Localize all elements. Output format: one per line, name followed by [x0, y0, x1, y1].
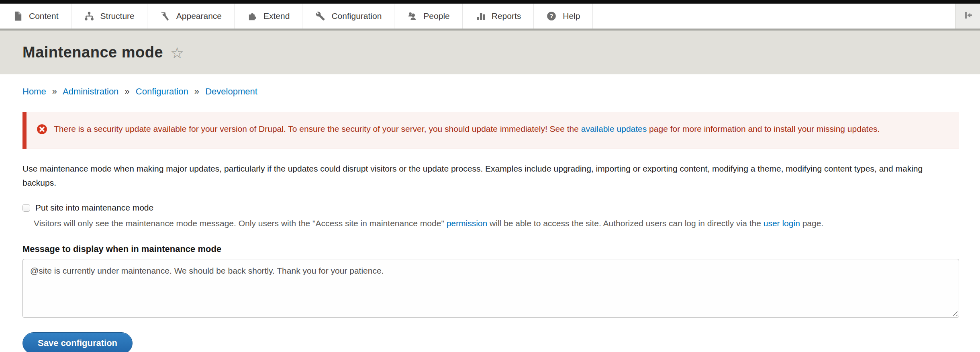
maintenance-message-textarea[interactable]: @site is currently under maintenance. We… [22, 259, 959, 318]
breadcrumb-link-home[interactable]: Home [22, 86, 46, 96]
admin-toolbar-strip [0, 0, 980, 4]
error-text-after-link: page for more information and to install… [647, 124, 880, 133]
breadcrumb-link-administration[interactable]: Administration [63, 86, 118, 96]
toolbar-tab-people[interactable]: People [394, 4, 462, 29]
error-x-circle-icon [37, 124, 47, 139]
error-text-before-link: There is a security update available for… [54, 124, 581, 133]
paintbrush-icon [160, 11, 170, 21]
toolbar-tab-label: Structure [100, 11, 135, 21]
toolbar-tab-configuration[interactable]: Configuration [302, 4, 394, 29]
svg-text:?: ? [550, 12, 553, 19]
toolbar-tab-content[interactable]: Content [0, 4, 71, 29]
toolbar-tab-label: Extend [263, 11, 290, 21]
maintenance-message-field-wrapper: @site is currently under maintenance. We… [22, 259, 959, 319]
page-header: Maintenance mode ☆ [0, 31, 980, 74]
main-content: Home » Administration » Configuration » … [0, 74, 980, 352]
toolbar-tab-extend[interactable]: Extend [235, 4, 302, 29]
toolbar-tab-structure[interactable]: Structure [71, 4, 147, 29]
star-icon[interactable]: ☆ [170, 45, 184, 61]
breadcrumb-link-development[interactable]: Development [205, 86, 257, 96]
page-title: Maintenance mode [22, 44, 163, 61]
breadcrumb: Home » Administration » Configuration » … [22, 74, 959, 97]
toolbar-tab-label: Help [563, 11, 580, 21]
user-login-link[interactable]: user login [764, 219, 800, 228]
breadcrumb-link-configuration[interactable]: Configuration [136, 86, 188, 96]
toolbar-tab-label: People [423, 11, 449, 21]
maintenance-mode-checkbox-label[interactable]: Put site into maintenance mode [35, 203, 153, 213]
admin-toolbar: Content Structure Appearance Extend Conf… [0, 4, 980, 29]
error-message-text: There is a security update available for… [54, 122, 880, 139]
file-icon [12, 11, 23, 21]
toolbar-tab-appearance[interactable]: Appearance [147, 4, 235, 29]
breadcrumb-separator: » [125, 86, 129, 96]
save-configuration-button[interactable]: Save configuration [22, 332, 133, 352]
maintenance-mode-description: Visitors will only see the maintenance m… [34, 217, 959, 230]
toolbar-tab-label: Appearance [176, 11, 222, 21]
toolbar-tab-label: Content [29, 11, 59, 21]
people-icon [407, 11, 417, 21]
maintenance-mode-intro: Use maintenance mode when making major u… [22, 162, 958, 190]
breadcrumb-separator: » [52, 86, 57, 96]
maintenance-mode-checkbox-row: Put site into maintenance mode [22, 203, 959, 213]
error-message-banner: There is a security update available for… [22, 112, 959, 149]
wrench-icon [315, 11, 325, 21]
toolbar-tab-help[interactable]: ? Help [534, 4, 593, 29]
toolbar-orientation-toggle[interactable] [955, 4, 980, 29]
breadcrumb-separator: » [194, 86, 199, 96]
collapse-left-icon [962, 10, 974, 23]
description-part3: page. [800, 219, 823, 228]
sitemap-icon [84, 11, 94, 21]
puzzle-icon [247, 11, 257, 21]
help-icon: ? [546, 11, 557, 21]
description-part1: Visitors will only see the maintenance m… [34, 219, 447, 228]
bar-chart-icon [475, 11, 486, 21]
available-updates-link[interactable]: available updates [581, 124, 647, 133]
toolbar-tab-reports[interactable]: Reports [463, 4, 534, 29]
permission-link[interactable]: permission [447, 219, 488, 228]
maintenance-message-label: Message to display when in maintenance m… [22, 244, 959, 254]
toolbar-tab-label: Reports [492, 11, 521, 21]
toolbar-tab-label: Configuration [331, 11, 382, 21]
toolbar-spacer [593, 4, 955, 29]
description-part2: will be able to access the site. Authori… [487, 219, 764, 228]
maintenance-mode-checkbox[interactable] [22, 204, 30, 212]
